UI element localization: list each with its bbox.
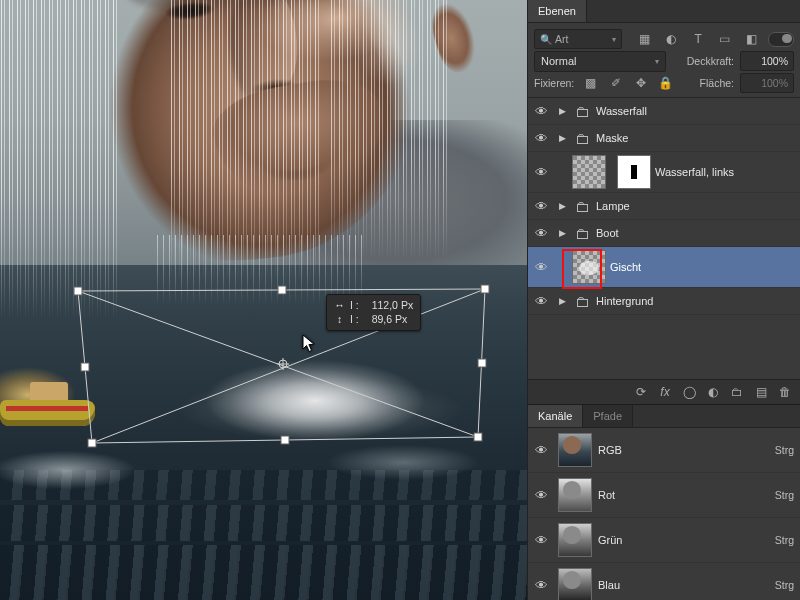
disclosure-icon[interactable]: ▶ <box>556 106 568 116</box>
channel-row[interactable]: 👁 Rot Strg <box>528 473 800 518</box>
layer-thumbnail[interactable] <box>572 250 606 284</box>
layers-list[interactable]: 👁 ▶ 🗀 Wasserfall 👁 ▶ 🗀 Maske 👁 Wasserfal… <box>528 98 800 379</box>
visibility-icon[interactable]: 👁 <box>530 260 552 275</box>
visibility-icon[interactable]: 👁 <box>530 104 552 119</box>
visibility-icon[interactable]: 👁 <box>530 165 552 180</box>
layer-group[interactable]: 👁 ▶ 🗀 Wasserfall <box>528 98 800 125</box>
filter-smart-icon[interactable]: ◧ <box>741 29 762 49</box>
filter-toggle[interactable] <box>768 32 794 47</box>
layer-mask-thumbnail[interactable] <box>617 155 651 189</box>
filter-shape-icon[interactable]: ▭ <box>715 29 736 49</box>
document-canvas[interactable]: ↔I : 112,0 Px ↕I : 89,6 Px <box>0 0 528 600</box>
layer-group[interactable]: 👁 ▶ 🗀 Hintergrund <box>528 288 800 315</box>
opacity-field[interactable]: 100% <box>740 51 794 71</box>
tab-paths[interactable]: Pfade <box>583 405 633 427</box>
visibility-icon[interactable]: 👁 <box>530 294 552 309</box>
filter-pixel-icon[interactable]: ▦ <box>634 29 655 49</box>
visibility-icon[interactable]: 👁 <box>530 533 552 548</box>
visibility-icon[interactable]: 👁 <box>530 131 552 146</box>
disclosure-icon[interactable]: ▶ <box>556 201 568 211</box>
disclosure-icon[interactable]: ▶ <box>556 133 568 143</box>
folder-icon: 🗀 <box>572 292 592 310</box>
layer-kind-filter[interactable]: 🔍 Art ▾ <box>534 29 622 49</box>
layer-fx-icon[interactable]: fx <box>656 384 674 400</box>
new-layer-icon[interactable]: ▤ <box>752 384 770 400</box>
tab-layers[interactable]: Ebenen <box>528 0 587 22</box>
transform-size-tooltip: ↔I : 112,0 Px ↕I : 89,6 Px <box>326 294 421 331</box>
visibility-icon[interactable]: 👁 <box>530 488 552 503</box>
layer-group[interactable]: 👁 ▶ 🗀 Lampe <box>528 193 800 220</box>
lock-position-icon[interactable]: ✥ <box>630 73 651 93</box>
disclosure-icon[interactable]: ▶ <box>556 296 568 306</box>
folder-icon: 🗀 <box>572 197 592 215</box>
new-group-icon[interactable]: 🗀 <box>728 384 746 400</box>
layers-footer: ⟳ fx ◯ ◐ 🗀 ▤ 🗑 <box>528 379 800 404</box>
channel-row[interactable]: 👁 RGB Strg <box>528 428 800 473</box>
new-fill-adjust-icon[interactable]: ◐ <box>704 384 722 400</box>
filter-type-icon[interactable]: T <box>688 29 709 49</box>
layer-group[interactable]: 👁 ▶ 🗀 Boot <box>528 220 800 247</box>
layer-group[interactable]: 👁 ▶ 🗀 Maske <box>528 125 800 152</box>
filter-adjust-icon[interactable]: ◐ <box>661 29 682 49</box>
lock-transparency-icon[interactable]: ▩ <box>580 73 601 93</box>
blend-mode-select[interactable]: Normal▾ <box>534 51 666 72</box>
fill-field[interactable]: 100% <box>740 73 794 93</box>
visibility-icon[interactable]: 👁 <box>530 199 552 214</box>
visibility-icon[interactable]: 👁 <box>530 578 552 593</box>
folder-icon: 🗀 <box>572 224 592 242</box>
layer-item-selected[interactable]: 👁 Gischt <box>528 247 800 288</box>
disclosure-icon[interactable]: ▶ <box>556 228 568 238</box>
channels-list[interactable]: 👁 RGB Strg 👁 Rot Strg 👁 Grün Strg <box>528 428 800 600</box>
fill-label: Fläche: <box>700 77 734 89</box>
add-mask-icon[interactable]: ◯ <box>680 384 698 400</box>
folder-icon: 🗀 <box>572 129 592 147</box>
lock-label: Fixieren: <box>534 77 574 89</box>
lock-pixels-icon[interactable]: ✐ <box>605 73 626 93</box>
opacity-label: Deckkraft: <box>687 55 734 67</box>
lock-all-icon[interactable]: 🔒 <box>655 73 676 93</box>
link-layers-icon[interactable]: ⟳ <box>632 384 650 400</box>
delete-layer-icon[interactable]: 🗑 <box>776 384 794 400</box>
channel-row[interactable]: 👁 Grün Strg <box>528 518 800 563</box>
tab-channels[interactable]: Kanäle <box>528 405 583 427</box>
search-icon: 🔍 <box>540 34 552 45</box>
chevron-down-icon: ▾ <box>612 35 616 44</box>
layer-item[interactable]: 👁 Wasserfall, links <box>528 152 800 193</box>
folder-icon: 🗀 <box>572 102 592 120</box>
layer-thumbnail[interactable] <box>572 155 606 189</box>
channel-row[interactable]: 👁 Blau Strg <box>528 563 800 600</box>
visibility-icon[interactable]: 👁 <box>530 226 552 241</box>
visibility-icon[interactable]: 👁 <box>530 443 552 458</box>
